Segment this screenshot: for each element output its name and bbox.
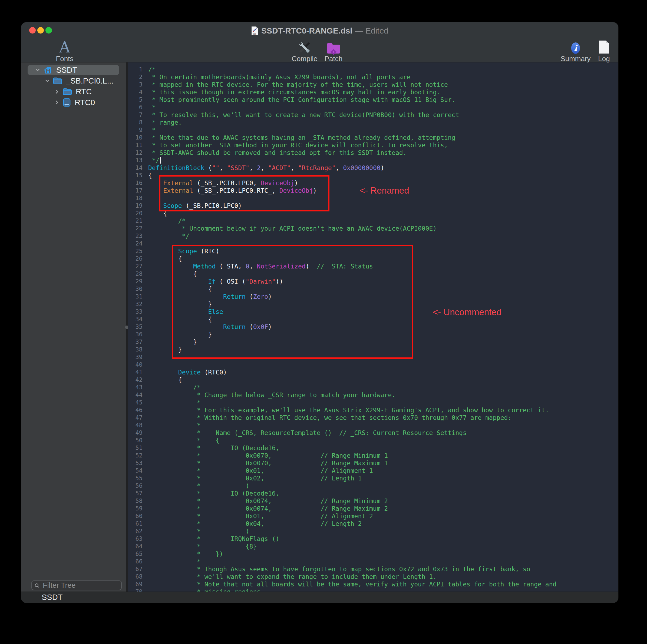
log-button[interactable]: Log [593,40,615,62]
patch-button[interactable]: Patch [320,40,347,62]
code-text[interactable]: * {8} [146,543,257,550]
code-text[interactable]: * Within the original RTC device, we see… [146,414,511,421]
code-text[interactable]: * 0x01, // Alignment 2 [146,512,373,520]
sidebar-item-sb-pci0-l[interactable]: _SB.PCI0.L... [21,75,126,86]
line-number: 33 [128,308,146,316]
code-text[interactable]: } [146,346,182,353]
chevron-down-icon[interactable] [33,67,42,73]
window-title-edited: — Edited [355,26,388,35]
code-text[interactable]: Device (RTC0) [146,369,227,376]
code-text[interactable]: * Note that due to AWAC systems having a… [146,134,455,141]
code-text[interactable]: } [146,300,212,308]
code-text[interactable]: { [146,255,182,262]
code-text[interactable]: Return (0x0F) [146,323,272,331]
code-text[interactable]: * to set another _STA method in your RTC… [146,141,448,149]
sidebar-item-ssdt[interactable]: SSDT [21,65,126,75]
code-text[interactable]: * mapped in the RTC device. For the majo… [146,81,448,88]
code-text[interactable]: * 0x0074, // Range Maximum 2 [146,505,388,512]
code-text[interactable]: { [146,210,167,217]
code-text[interactable]: * { [146,436,219,444]
code-text[interactable]: * Change the below _CSR range to match y… [146,391,396,399]
code-text[interactable]: { [146,172,152,179]
chevron-right-icon[interactable] [53,99,61,105]
code-text[interactable]: * [146,399,201,406]
code-line-28: 28 { [128,270,618,278]
code-text[interactable]: * 0x0070, // Range Minimum 1 [146,452,388,459]
code-text[interactable]: * 0x0074, // Range Minimum 2 [146,497,388,505]
code-line-24: 24 [128,240,618,247]
compile-button[interactable]: Compile [288,40,321,62]
code-text[interactable]: * [146,103,156,111]
code-text[interactable]: * 0x04, // Length 2 [146,520,362,528]
code-text[interactable]: */ [146,232,189,240]
filter-tree-input[interactable] [31,580,122,590]
code-editor[interactable]: 1/*2 * On certain motherboards(mainly As… [128,63,618,591]
code-text[interactable]: * [146,558,201,565]
code-line-59: 59 * 0x0074, // Range Maximum 2 [128,505,618,512]
code-line-52: 52 * 0x0070, // Range Minimum 1 [128,452,618,459]
code-text[interactable]: * ) [146,482,249,490]
code-text[interactable]: Scope (RTC) [146,247,219,255]
code-text[interactable]: * missing regions. [146,588,264,591]
code-text[interactable]: * 0x02, // Length 1 [146,475,362,482]
code-text[interactable]: /* [146,217,186,225]
code-text[interactable]: } [146,331,212,338]
code-text[interactable]: * [146,421,201,429]
code-text[interactable]: * Most prominently seen around the PCI C… [146,96,455,103]
code-text[interactable]: Else [146,308,223,316]
code-text[interactable]: * IO (Decode16, [146,490,279,497]
code-text[interactable] [146,353,148,361]
code-text[interactable]: { [146,376,182,384]
code-text[interactable]: * Uncomment below if your ACPI doesn't h… [146,225,437,232]
code-line-56: 56 * ) [128,482,618,490]
code-text[interactable]: * 0x0070, // Range Maximum 1 [146,459,388,467]
code-line-11: 11 * to set another _STA method in your … [128,141,618,149]
summary-button[interactable]: i Summary [559,40,592,62]
code-text[interactable]: * we'll want to expand the range to incl… [146,573,437,580]
code-text[interactable]: If (_OSI ("Darwin")) [146,278,283,285]
chevron-right-icon[interactable] [53,89,61,95]
code-text[interactable]: * To resolve this, we'll want to create … [146,111,459,119]
code-text[interactable]: * Though Asus seems to have forgotten to… [146,565,530,573]
print-button[interactable]: Print [615,40,618,62]
code-text[interactable]: * ) [146,528,249,535]
chevron-down-icon[interactable] [43,78,51,84]
code-text[interactable]: * this issue though in extreme circumsta… [146,88,440,96]
code-text[interactable]: * Name (_CRS, ResourceTemplate () // _CR… [146,429,466,436]
code-text[interactable]: /* [146,66,156,73]
code-text[interactable]: { [146,316,212,323]
sidebar-item-rtc0[interactable]: RTC0 [21,97,126,108]
code-text[interactable]: * IO (Decode16, [146,444,279,452]
code-line-25: 25 Scope (RTC) [128,247,618,255]
code-text[interactable]: DefinitionBlock ("", "SSDT", 2, "ACDT", … [146,164,384,172]
code-text[interactable]: * [146,126,156,134]
tree-sidebar: SSDT_SB.PCI0.L...RTCRTC0 [21,63,126,591]
code-text[interactable] [146,240,148,247]
title-bar[interactable]: DSL SSDT-RTC0-RANGE.dsl — Edited [21,22,618,39]
code-text[interactable]: Return (Zero) [146,293,272,300]
code-text[interactable]: * For this example, we'll use the Asus S… [146,406,549,414]
code-text[interactable]: * SSDT-AWAC should be removed and instea… [146,149,407,157]
code-text[interactable]: /* [146,384,201,391]
line-number: 11 [128,141,146,149]
code-text[interactable]: * Note that not all boards will be the s… [146,580,556,588]
code-text[interactable]: * On certain motherboards(mainly Asus X2… [146,73,410,81]
code-text[interactable]: External (_SB_.PCI0.LPC0.RTC_, DeviceObj… [146,187,317,194]
code-text[interactable]: { [146,285,212,293]
line-number: 37 [128,338,146,346]
code-text[interactable]: */ [146,157,161,164]
sidebar-item-rtc[interactable]: RTC [21,86,126,97]
code-text[interactable]: External (_SB_.PCI0.LPC0, DeviceObj) [146,179,298,187]
code-text[interactable] [146,194,148,202]
code-text[interactable]: * IRQNoFlags () [146,535,279,543]
code-text[interactable]: * }) [146,550,223,558]
code-text[interactable] [146,361,148,369]
code-text[interactable]: { [146,270,197,278]
fonts-button[interactable]: A Fonts [51,40,78,62]
code-text[interactable]: Scope (_SB.PCI0.LPC0) [146,202,242,210]
code-text[interactable]: * 0x01, // Alignment 1 [146,467,373,475]
code-text[interactable]: Method (_STA, 0, NotSerialized) // _STA:… [146,262,373,270]
code-text[interactable]: * range. [146,119,182,126]
code-line-19: 19 Scope (_SB.PCI0.LPC0) [128,202,618,210]
code-text[interactable]: } [146,338,197,346]
